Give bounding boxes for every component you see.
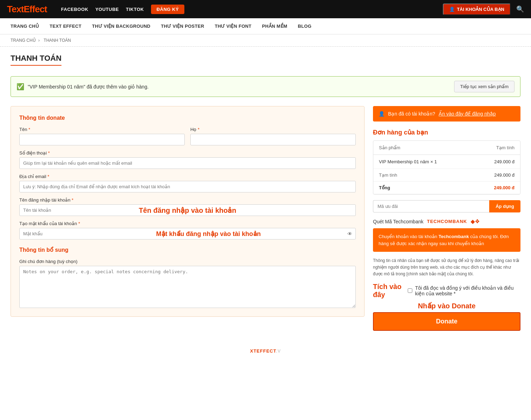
secondary-navbar: TRANG CHỦ TEXT EFFECT THƯ VIỆN BACKGROUN… bbox=[0, 18, 531, 34]
nav-tiktok[interactable]: TIKTOK bbox=[126, 7, 144, 12]
form-section: Thông tin donate Tên * Họ * Số điện thoạ… bbox=[11, 106, 365, 317]
ho-label: Họ * bbox=[190, 127, 356, 132]
product-price: 249.000 đ bbox=[494, 159, 514, 164]
person-icon: 👤 bbox=[379, 111, 385, 117]
subtotal-label: Tạm tính bbox=[379, 172, 397, 178]
tick-hint-row: Tích vào đây Tôi đã đọc và đồng ý với đi… bbox=[373, 283, 520, 299]
nav-youtube[interactable]: YOUTUBE bbox=[95, 7, 119, 12]
ten-input[interactable] bbox=[19, 134, 185, 145]
account-icon: 👤 bbox=[449, 7, 455, 12]
search-icon[interactable]: 🔍 bbox=[516, 5, 524, 13]
main-layout: Thông tin donate Tên * Họ * Số điện thoạ… bbox=[0, 103, 531, 345]
techcombank-icon: ◆❖ bbox=[471, 218, 480, 225]
subtotal-value: 249.000 đ bbox=[494, 172, 514, 178]
page-title-section: THANH TOÁN bbox=[0, 47, 531, 71]
username-input[interactable] bbox=[19, 204, 356, 216]
account-button[interactable]: 👤 TÀI KHOẢN CỦA BẠN bbox=[443, 4, 511, 15]
product-name: VIP Membership 01 năm × 1 bbox=[379, 159, 437, 164]
ten-group: Tên * bbox=[19, 127, 185, 145]
secnav-font[interactable]: THƯ VIỆN FONT bbox=[215, 24, 251, 29]
breadcrumb-separator: › bbox=[38, 38, 40, 43]
section-divider: Thông tin bổ sung bbox=[19, 247, 356, 253]
username-group: Tên đăng nhập tài khoản * Tên đăng nhập … bbox=[19, 197, 356, 216]
breadcrumb-home[interactable]: TRANG CHỦ bbox=[11, 38, 36, 43]
total-value: 249.000 đ bbox=[494, 185, 514, 190]
tick-hint-text: Tích vào đây bbox=[373, 283, 405, 299]
order-subtotal-row: Tạm tính 249.000 đ bbox=[373, 169, 520, 182]
alert-banner: ✅ "VIP Membership 01 năm" đã được thêm v… bbox=[11, 76, 520, 97]
account-label: TÀI KHOẢN CỦA BẠN bbox=[457, 7, 504, 12]
terms-req: * bbox=[454, 291, 455, 296]
page-title: THANH TOÁN bbox=[11, 54, 61, 66]
login-banner-text: Bạn đã có tài khoản? bbox=[388, 111, 435, 117]
techcom-header: Quét Mã Techcombank TECHCOMBANK ◆❖ bbox=[373, 218, 520, 225]
payment-section: Quét Mã Techcombank TECHCOMBANK ◆❖ Chuyể… bbox=[373, 218, 520, 252]
techcom-info: Chuyển khoản vào tài khoản Techcombank c… bbox=[373, 228, 520, 252]
breadcrumb-current: THANH TOÁN bbox=[44, 38, 71, 43]
site-logo[interactable]: TextEffect bbox=[7, 4, 47, 15]
breadcrumb: TRANG CHỦ › THANH TOÁN bbox=[0, 34, 531, 47]
watermark-v: .V bbox=[276, 348, 281, 354]
password-group: Tạo mật khẩu của tài khoản * Mật khẩu đă… bbox=[19, 221, 356, 239]
col-subtotal: Tạm tính bbox=[496, 145, 514, 150]
top-nav-links: FACEBOOK YOUTUBE TIKTOK ĐĂNG KÝ bbox=[61, 5, 434, 14]
total-label: Tổng bbox=[379, 185, 390, 190]
techcombank-logo: TECHCOMBANK bbox=[427, 219, 467, 224]
secnav-trangchu[interactable]: TRANG CHỦ bbox=[11, 24, 39, 29]
note-label: Ghi chú đơn hàng (tuỳ chọn) bbox=[19, 259, 356, 264]
top-nav-right: 👤 TÀI KHOẢN CỦA BẠN 🔍 bbox=[443, 4, 524, 15]
terms-label: Tôi đã đọc và đồng ý với điều khoản và đ… bbox=[415, 285, 520, 296]
order-product-row: VIP Membership 01 năm × 1 249.000 đ bbox=[373, 155, 520, 169]
additional-title: Thông tin bổ sung bbox=[19, 247, 356, 253]
logo-text: Text bbox=[7, 4, 24, 14]
col-product: Sản phẩm bbox=[379, 145, 400, 150]
email-group: Địa chỉ email * bbox=[19, 174, 356, 192]
order-total-row: Tổng 249.000 đ bbox=[373, 182, 520, 194]
bottom-watermark: XTEFFECT.V bbox=[0, 345, 531, 357]
agree-text: Tôi đã đọc và đồng ý với điều khoản và đ… bbox=[415, 285, 513, 296]
donate-button[interactable]: Donate bbox=[373, 312, 520, 331]
eye-icon[interactable]: 👁 bbox=[347, 231, 352, 237]
username-input-wrapper: Tên đăng nhập vào tài khoản bbox=[19, 204, 356, 216]
login-banner: 👤 Bạn đã có tài khoản? Ấn vào đây để đăn… bbox=[373, 106, 520, 122]
note-group: Ghi chú đơn hàng (tuỳ chọn) bbox=[19, 259, 356, 308]
privacy-note: Thông tin cá nhân của bạn sẽ được sử dụn… bbox=[373, 257, 520, 278]
name-row: Tên * Họ * bbox=[19, 127, 356, 145]
ho-group: Họ * bbox=[190, 127, 356, 145]
check-circle-icon: ✅ bbox=[17, 83, 24, 91]
continue-button[interactable]: Tiếp tục xem sản phẩm bbox=[454, 81, 514, 92]
apply-button[interactable]: Áp dụng bbox=[489, 200, 520, 212]
username-label: Tên đăng nhập tài khoản * bbox=[19, 197, 356, 203]
email-label: Địa chỉ email * bbox=[19, 174, 356, 179]
nav-facebook[interactable]: FACEBOOK bbox=[61, 7, 88, 12]
order-header: Sản phẩm Tạm tính bbox=[373, 141, 520, 155]
ten-label: Tên * bbox=[19, 127, 185, 132]
phone-label: Số điện thoại * bbox=[19, 150, 356, 156]
logo-highlight: Effect bbox=[24, 4, 47, 14]
dangky-button[interactable]: ĐĂNG KÝ bbox=[151, 5, 184, 14]
promo-input[interactable] bbox=[373, 200, 489, 212]
phone-input[interactable] bbox=[19, 157, 356, 169]
secnav-poster[interactable]: THƯ VIỆN POSTER bbox=[161, 24, 204, 29]
payment-label: Quét Mã Techcombank bbox=[373, 219, 424, 224]
secnav-blog[interactable]: BLOG bbox=[298, 24, 312, 29]
email-input[interactable] bbox=[19, 181, 356, 192]
alert-text: "VIP Membership 01 năm" đã được thêm vào… bbox=[28, 84, 149, 90]
secnav-background[interactable]: THƯ VIỆN BACKGROUND bbox=[92, 24, 150, 29]
secnav-phanmem[interactable]: PHẦN MỀM bbox=[262, 24, 287, 29]
password-label: Tạo mật khẩu của tài khoản * bbox=[19, 221, 356, 226]
alert-banner-left: ✅ "VIP Membership 01 năm" đã được thêm v… bbox=[17, 83, 149, 91]
order-section: 👤 Bạn đã có tài khoản? Ấn vào đây để đăn… bbox=[373, 106, 520, 331]
terms-checkbox[interactable] bbox=[408, 288, 412, 293]
promo-row: Áp dụng bbox=[373, 200, 520, 212]
order-summary-title: Đơn hàng của bạn bbox=[373, 129, 520, 136]
note-textarea[interactable] bbox=[19, 266, 356, 308]
password-input[interactable] bbox=[19, 228, 356, 239]
ho-input[interactable] bbox=[190, 134, 356, 145]
donate-wrapper: Donate bbox=[373, 312, 520, 331]
phone-group: Số điện thoại * bbox=[19, 150, 356, 169]
login-link[interactable]: Ấn vào đây để đăng nhập bbox=[439, 111, 496, 117]
order-card: Sản phẩm Tạm tính VIP Membership 01 năm … bbox=[373, 140, 520, 195]
top-navbar: TextEffect FACEBOOK YOUTUBE TIKTOK ĐĂNG … bbox=[0, 0, 531, 18]
secnav-texteffect[interactable]: TEXT EFFECT bbox=[50, 24, 81, 29]
